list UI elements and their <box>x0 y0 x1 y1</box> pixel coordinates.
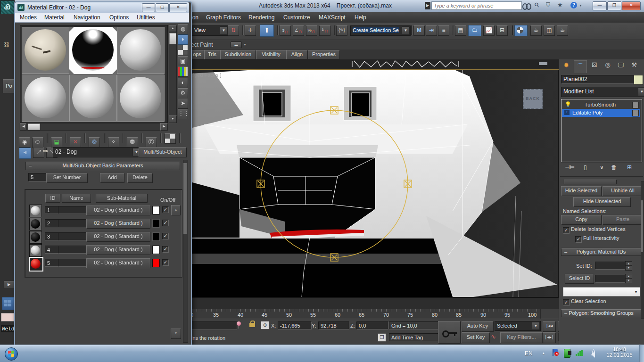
go-to-start-button[interactable]: |◀◀ <box>543 321 556 332</box>
dropdown-arrow-icon[interactable]: ▼ <box>638 88 644 96</box>
squeeze-icon[interactable]: ⊟ <box>496 25 508 36</box>
clipped-button[interactable] <box>564 180 617 184</box>
full-interactivity-checkbox[interactable]: Full Interactivity <box>575 235 619 243</box>
slots-hscroll-thumb[interactable] <box>28 123 40 130</box>
submaterial-button[interactable]: 02 - Dog ( Standard ) <box>86 232 150 242</box>
submaterial-onoff-checkbox[interactable] <box>162 246 169 253</box>
panel-scrollbar-track[interactable] <box>641 181 644 319</box>
subscription-icon[interactable]: ⛉ <box>546 1 550 8</box>
object-paint-label-fragment[interactable]: ect Paint <box>191 41 213 48</box>
collapsed-caption-dash[interactable] <box>539 62 547 65</box>
expand-plus-icon[interactable]: + <box>564 110 570 115</box>
sort-id-button[interactable]: ID <box>45 194 60 203</box>
put-to-library-icon[interactable]: ⛃ <box>127 137 138 148</box>
me-menu-material[interactable]: Material <box>44 14 65 21</box>
hide-unselected-button[interactable]: Hide Unselected <box>573 197 631 207</box>
snap-toggle-3d-icon[interactable]: 3∩ <box>280 25 291 36</box>
background-icon[interactable] <box>178 45 188 55</box>
configure-modifier-sets-icon[interactable]: ⊞ <box>627 164 632 171</box>
sort-name-button[interactable]: Name <box>62 194 91 203</box>
material-editor-window[interactable]: Ꮿ Material Editor - 02 - Dog — ▢ ✕ Modes… <box>14 1 192 346</box>
stack-item-button[interactable] <box>632 102 639 108</box>
me-close-button[interactable]: ✕ <box>169 3 187 12</box>
material-count-field[interactable]: 5 <box>28 173 46 181</box>
object-color-swatch[interactable] <box>634 75 643 85</box>
tray-power-icon[interactable] <box>564 349 570 358</box>
smoothing-groups-rollout-header[interactable]: Polygon: Smoothing Groups <box>561 309 641 317</box>
tab-modify[interactable]: ⌒ <box>574 60 587 73</box>
tab-utilities[interactable]: ⚒ <box>628 61 640 72</box>
submaterial-thumb-selected[interactable] <box>29 257 43 272</box>
help-icon[interactable]: ? <box>570 2 577 8</box>
sample-slot[interactable] <box>69 74 117 122</box>
select-object-button[interactable]: ⬆ <box>260 25 274 37</box>
menu-animation-fragment[interactable]: ion <box>191 14 198 21</box>
close-button[interactable]: ✕ <box>621 1 641 10</box>
remove-modifier-icon[interactable]: 🗑 <box>611 164 617 171</box>
menu-help[interactable]: Help <box>355 14 366 21</box>
ribbon-tab-align[interactable]: Align <box>286 50 308 59</box>
paste-button[interactable]: Paste <box>603 215 643 225</box>
ribbon-tab-properties[interactable]: Properties <box>308 50 340 59</box>
make-material-copy-icon[interactable]: ❂ <box>89 137 100 148</box>
material-name-dropdown[interactable]: ▼ <box>563 287 640 296</box>
material-editor-titlebar[interactable]: Ꮿ Material Editor - 02 - Dog — ▢ ✕ <box>15 2 189 13</box>
backlight-icon[interactable]: ◗ <box>178 34 188 45</box>
coordinate-mode-icon[interactable]: ⊕ <box>261 321 269 329</box>
align-icon[interactable]: ⇥ <box>426 25 437 36</box>
clear-selection-checkbox[interactable]: Clear Selection <box>563 298 606 306</box>
delete-isolated-vertices-checkbox[interactable]: Delete Isolated Vertices <box>563 226 626 234</box>
copy-button[interactable]: Copy <box>561 215 602 225</box>
sample-slot[interactable] <box>22 74 69 122</box>
stack-item-button[interactable] <box>632 110 639 116</box>
curve-editor-icon[interactable]: 🗀 <box>468 25 481 36</box>
sample-uv-tiling-icon[interactable]: ▣ <box>178 56 188 66</box>
menu-graph-editors[interactable]: Graph Editors <box>206 14 241 21</box>
submaterial-color-swatch[interactable] <box>152 246 160 254</box>
ribbon-tab-tris[interactable]: Tris <box>204 50 220 59</box>
tab-display[interactable]: 🖵 <box>615 61 627 72</box>
modifier-list-dropdown[interactable]: Modifier List▼ <box>561 87 644 97</box>
submaterial-name-field[interactable] <box>58 259 87 267</box>
lightbulb-icon[interactable]: 💡 <box>565 101 571 107</box>
basic-parameters-rollout-header[interactable]: Multi/Sub-Object Basic Parameters <box>25 162 180 170</box>
unhide-all-button[interactable]: Unhide All <box>603 186 643 196</box>
select-id-field[interactable] <box>595 275 627 283</box>
start-button[interactable] <box>2 346 20 362</box>
reset-map-icon[interactable]: ✕ <box>70 137 81 148</box>
graphite-ribbon-toggle-icon[interactable]: ▤ <box>455 25 466 36</box>
submaterial-thumb[interactable] <box>29 205 42 217</box>
toggle-set-key-mode-button[interactable] <box>438 321 461 344</box>
communicator-icon[interactable]: ❐ <box>378 333 386 342</box>
menu-maxscript[interactable]: MAXScript <box>319 14 346 21</box>
tab-create[interactable]: ✹ <box>561 61 572 72</box>
submaterial-button[interactable]: 02 - Dog ( Standard ) <box>86 206 150 215</box>
select-and-manipulate-icon[interactable]: ✛ <box>245 25 256 36</box>
layer-manager-icon[interactable]: ≡ <box>438 25 449 36</box>
add-time-tag[interactable]: Add Time Tag <box>389 333 439 341</box>
show-end-result-icon[interactable]: ▯ <box>584 164 587 171</box>
submaterial-thumb[interactable] <box>29 231 42 244</box>
slots-scroll-right-button[interactable]: ▶ <box>160 123 168 131</box>
tray-volume-icon[interactable]: ) ) <box>587 349 596 356</box>
submaterial-button[interactable]: 02 - Dog ( Standard ) <box>86 219 150 229</box>
rollout-scroll-down-button[interactable]: ▼ <box>171 329 181 339</box>
po-button-fragment[interactable]: Po <box>3 79 15 93</box>
put-material-to-scene-icon[interactable]: ⬭ <box>32 137 43 148</box>
communication-key-icon[interactable]: ⚲ <box>533 1 541 9</box>
tray-show-hidden-icon[interactable]: ▲ <box>542 351 545 355</box>
link-constraint-icon[interactable]: ⛓ <box>4 41 9 48</box>
help-dropdown-icon[interactable]: ▼ <box>579 4 582 7</box>
stack-item-turbosmooth[interactable]: 💡 TurboSmooth <box>562 101 640 109</box>
slots-vscroll-thumb[interactable] <box>169 33 176 44</box>
percent-snap-icon[interactable]: %∩ <box>306 25 317 36</box>
flyout-arrow-button[interactable]: ▶ <box>4 281 14 289</box>
restore-button[interactable]: ❐ <box>607 1 621 10</box>
submaterial-thumb[interactable] <box>29 218 42 230</box>
key-filters-button[interactable]: Key Filters... <box>500 332 543 343</box>
minimize-button[interactable]: — <box>592 1 607 10</box>
submaterial-thumb[interactable] <box>29 244 42 257</box>
infocenter-expand-icon[interactable]: ▶ <box>425 2 430 9</box>
sample-slot-active[interactable] <box>69 27 117 74</box>
options-icon[interactable]: ⚙ <box>178 88 188 99</box>
